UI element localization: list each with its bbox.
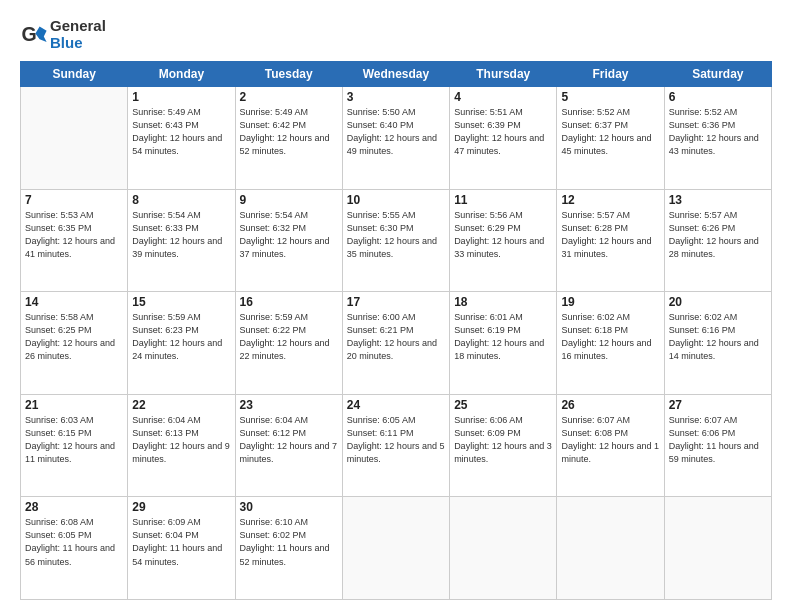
- day-number: 19: [561, 295, 659, 309]
- day-number: 21: [25, 398, 123, 412]
- day-number: 1: [132, 90, 230, 104]
- calendar-cell: 20 Sunrise: 6:02 AM Sunset: 6:16 PM Dayl…: [664, 292, 771, 395]
- sunset-label: Sunset: 6:18 PM: [561, 325, 628, 335]
- calendar-cell: 26 Sunrise: 6:07 AM Sunset: 6:08 PM Dayl…: [557, 394, 664, 497]
- day-number: 29: [132, 500, 230, 514]
- day-info: Sunrise: 6:08 AM Sunset: 6:05 PM Dayligh…: [25, 516, 123, 568]
- calendar-cell: [450, 497, 557, 600]
- calendar-cell: 18 Sunrise: 6:01 AM Sunset: 6:19 PM Dayl…: [450, 292, 557, 395]
- sunrise-label: Sunrise: 6:02 AM: [669, 312, 738, 322]
- sunset-label: Sunset: 6:25 PM: [25, 325, 92, 335]
- sunset-label: Sunset: 6:13 PM: [132, 428, 199, 438]
- day-info: Sunrise: 5:54 AM Sunset: 6:33 PM Dayligh…: [132, 209, 230, 261]
- sunset-label: Sunset: 6:02 PM: [240, 530, 307, 540]
- sunrise-label: Sunrise: 6:07 AM: [561, 415, 630, 425]
- calendar-cell: 17 Sunrise: 6:00 AM Sunset: 6:21 PM Dayl…: [342, 292, 449, 395]
- day-number: 20: [669, 295, 767, 309]
- daylight-label: Daylight: 12 hours and 47 minutes.: [454, 133, 544, 156]
- daylight-label: Daylight: 12 hours and 54 minutes.: [132, 133, 222, 156]
- day-info: Sunrise: 6:01 AM Sunset: 6:19 PM Dayligh…: [454, 311, 552, 363]
- daylight-label: Daylight: 11 hours and 59 minutes.: [669, 441, 759, 464]
- sunset-label: Sunset: 6:39 PM: [454, 120, 521, 130]
- daylight-label: Daylight: 12 hours and 20 minutes.: [347, 338, 437, 361]
- day-info: Sunrise: 5:59 AM Sunset: 6:22 PM Dayligh…: [240, 311, 338, 363]
- weekday-header-friday: Friday: [557, 62, 664, 87]
- sunset-label: Sunset: 6:16 PM: [669, 325, 736, 335]
- sunrise-label: Sunrise: 5:54 AM: [240, 210, 309, 220]
- sunrise-label: Sunrise: 5:59 AM: [240, 312, 309, 322]
- weekday-header-row: SundayMondayTuesdayWednesdayThursdayFrid…: [21, 62, 772, 87]
- calendar-cell: 4 Sunrise: 5:51 AM Sunset: 6:39 PM Dayli…: [450, 87, 557, 190]
- sunset-label: Sunset: 6:09 PM: [454, 428, 521, 438]
- sunrise-label: Sunrise: 5:49 AM: [132, 107, 201, 117]
- daylight-label: Daylight: 12 hours and 24 minutes.: [132, 338, 222, 361]
- day-number: 16: [240, 295, 338, 309]
- day-info: Sunrise: 5:55 AM Sunset: 6:30 PM Dayligh…: [347, 209, 445, 261]
- weekday-header-wednesday: Wednesday: [342, 62, 449, 87]
- sunset-label: Sunset: 6:12 PM: [240, 428, 307, 438]
- sunrise-label: Sunrise: 6:07 AM: [669, 415, 738, 425]
- calendar-cell: 8 Sunrise: 5:54 AM Sunset: 6:33 PM Dayli…: [128, 189, 235, 292]
- sunrise-label: Sunrise: 6:09 AM: [132, 517, 201, 527]
- sunrise-label: Sunrise: 6:04 AM: [240, 415, 309, 425]
- day-number: 18: [454, 295, 552, 309]
- calendar-cell: 3 Sunrise: 5:50 AM Sunset: 6:40 PM Dayli…: [342, 87, 449, 190]
- day-info: Sunrise: 5:53 AM Sunset: 6:35 PM Dayligh…: [25, 209, 123, 261]
- calendar-week-2: 7 Sunrise: 5:53 AM Sunset: 6:35 PM Dayli…: [21, 189, 772, 292]
- sunrise-label: Sunrise: 6:04 AM: [132, 415, 201, 425]
- day-number: 10: [347, 193, 445, 207]
- day-info: Sunrise: 6:04 AM Sunset: 6:13 PM Dayligh…: [132, 414, 230, 466]
- daylight-label: Daylight: 12 hours and 28 minutes.: [669, 236, 759, 259]
- day-number: 30: [240, 500, 338, 514]
- day-info: Sunrise: 5:57 AM Sunset: 6:28 PM Dayligh…: [561, 209, 659, 261]
- sunrise-label: Sunrise: 6:02 AM: [561, 312, 630, 322]
- sunrise-label: Sunrise: 5:57 AM: [561, 210, 630, 220]
- day-number: 28: [25, 500, 123, 514]
- daylight-label: Daylight: 12 hours and 35 minutes.: [347, 236, 437, 259]
- day-info: Sunrise: 5:54 AM Sunset: 6:32 PM Dayligh…: [240, 209, 338, 261]
- sunset-label: Sunset: 6:40 PM: [347, 120, 414, 130]
- day-number: 25: [454, 398, 552, 412]
- day-info: Sunrise: 5:49 AM Sunset: 6:42 PM Dayligh…: [240, 106, 338, 158]
- daylight-label: Daylight: 12 hours and 5 minutes.: [347, 441, 445, 464]
- page: G General Blue SundayMondayTuesdayWednes…: [0, 0, 792, 612]
- day-info: Sunrise: 6:06 AM Sunset: 6:09 PM Dayligh…: [454, 414, 552, 466]
- calendar-cell: 7 Sunrise: 5:53 AM Sunset: 6:35 PM Dayli…: [21, 189, 128, 292]
- daylight-label: Daylight: 12 hours and 22 minutes.: [240, 338, 330, 361]
- day-info: Sunrise: 5:52 AM Sunset: 6:36 PM Dayligh…: [669, 106, 767, 158]
- sunset-label: Sunset: 6:06 PM: [669, 428, 736, 438]
- daylight-label: Daylight: 12 hours and 37 minutes.: [240, 236, 330, 259]
- day-info: Sunrise: 5:59 AM Sunset: 6:23 PM Dayligh…: [132, 311, 230, 363]
- day-info: Sunrise: 6:10 AM Sunset: 6:02 PM Dayligh…: [240, 516, 338, 568]
- sunset-label: Sunset: 6:26 PM: [669, 223, 736, 233]
- daylight-label: Daylight: 12 hours and 11 minutes.: [25, 441, 115, 464]
- day-number: 13: [669, 193, 767, 207]
- sunrise-label: Sunrise: 6:00 AM: [347, 312, 416, 322]
- calendar-week-1: 1 Sunrise: 5:49 AM Sunset: 6:43 PM Dayli…: [21, 87, 772, 190]
- day-info: Sunrise: 5:52 AM Sunset: 6:37 PM Dayligh…: [561, 106, 659, 158]
- sunrise-label: Sunrise: 5:59 AM: [132, 312, 201, 322]
- day-info: Sunrise: 5:51 AM Sunset: 6:39 PM Dayligh…: [454, 106, 552, 158]
- logo-icon: G: [20, 21, 48, 49]
- calendar-cell: 12 Sunrise: 5:57 AM Sunset: 6:28 PM Dayl…: [557, 189, 664, 292]
- day-info: Sunrise: 6:02 AM Sunset: 6:16 PM Dayligh…: [669, 311, 767, 363]
- sunset-label: Sunset: 6:29 PM: [454, 223, 521, 233]
- sunrise-label: Sunrise: 5:49 AM: [240, 107, 309, 117]
- day-info: Sunrise: 5:56 AM Sunset: 6:29 PM Dayligh…: [454, 209, 552, 261]
- calendar-cell: 15 Sunrise: 5:59 AM Sunset: 6:23 PM Dayl…: [128, 292, 235, 395]
- sunset-label: Sunset: 6:11 PM: [347, 428, 414, 438]
- sunset-label: Sunset: 6:42 PM: [240, 120, 307, 130]
- day-number: 17: [347, 295, 445, 309]
- daylight-label: Daylight: 12 hours and 7 minutes.: [240, 441, 338, 464]
- sunrise-label: Sunrise: 6:01 AM: [454, 312, 523, 322]
- sunrise-label: Sunrise: 6:10 AM: [240, 517, 309, 527]
- day-info: Sunrise: 6:07 AM Sunset: 6:06 PM Dayligh…: [669, 414, 767, 466]
- day-number: 15: [132, 295, 230, 309]
- day-number: 6: [669, 90, 767, 104]
- calendar-cell: 22 Sunrise: 6:04 AM Sunset: 6:13 PM Dayl…: [128, 394, 235, 497]
- calendar-cell: 21 Sunrise: 6:03 AM Sunset: 6:15 PM Dayl…: [21, 394, 128, 497]
- sunrise-label: Sunrise: 6:08 AM: [25, 517, 94, 527]
- day-number: 14: [25, 295, 123, 309]
- sunset-label: Sunset: 6:08 PM: [561, 428, 628, 438]
- calendar-cell: 29 Sunrise: 6:09 AM Sunset: 6:04 PM Dayl…: [128, 497, 235, 600]
